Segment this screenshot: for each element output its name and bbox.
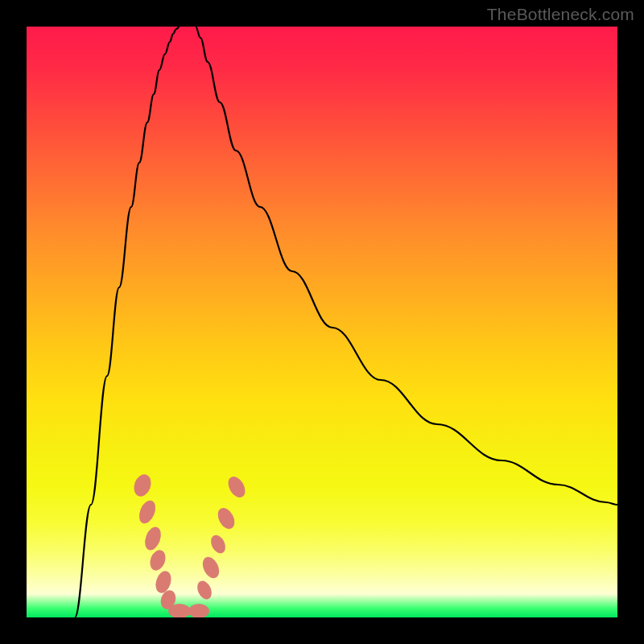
plot-area <box>27 27 617 617</box>
marker-layer <box>131 472 249 617</box>
marker-left-3 <box>147 548 168 573</box>
marker-right-2 <box>208 533 229 556</box>
right-curve <box>196 27 617 505</box>
chart-frame: TheBottleneck.com <box>0 0 644 644</box>
marker-left-2 <box>142 525 163 552</box>
marker-right-4 <box>225 473 249 500</box>
marker-left-7 <box>188 604 209 617</box>
marker-left-0 <box>131 472 154 498</box>
marker-right-3 <box>214 505 237 531</box>
marker-right-1 <box>200 554 222 580</box>
chart-svg <box>27 27 617 617</box>
marker-right-0 <box>195 579 214 601</box>
marker-left-1 <box>136 498 159 526</box>
watermark-text: TheBottleneck.com <box>487 5 634 24</box>
left-curve <box>75 27 180 617</box>
